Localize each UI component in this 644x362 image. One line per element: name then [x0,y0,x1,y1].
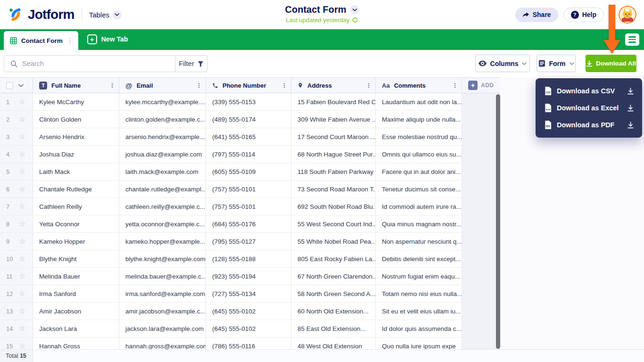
cell-address[interactable]: 55 White Nobel Road Pea... [291,233,376,250]
table-row[interactable]: 4 ☆ Joshua Diaz joshua.diaz@example.com … [0,146,462,163]
cell-email[interactable]: yetta.oconnor@example.c... [119,215,206,232]
cell-full-name[interactable]: Amir Jacobson [33,303,119,320]
table-row[interactable]: 3 ☆ Arsenio Hendrix arsenio.hendrix@exam… [0,128,462,146]
sheet-list-icon[interactable] [625,33,639,46]
cell-address[interactable]: 73 Second Road Maroon T... [291,181,376,197]
tab-contact-form[interactable]: Contact Form ⋮ [4,31,78,50]
cell-phone-number[interactable]: (128) 555-0188 [206,250,291,267]
cell-phone-number[interactable]: (339) 555-0153 [206,93,291,110]
column-menu-icon[interactable]: ⋮ [281,82,288,89]
cell-phone-number[interactable]: (757) 555-0101 [206,181,291,197]
help-button[interactable]: ? Help [563,8,604,22]
share-button[interactable]: Share [515,8,558,22]
download-as-excel-item[interactable]: XLSX Download as Excel [536,99,642,116]
cell-email[interactable]: jackson.lara@example.com [119,320,206,337]
download-as-pdf-item[interactable]: PDF Download as PDF [536,116,642,133]
cell-phone-number[interactable]: (605) 555-0109 [206,163,291,180]
favorite-star-icon[interactable]: ☆ [19,185,25,193]
cell-address[interactable]: 68 North Hague Street Pur... [291,146,376,163]
column-header-full-name[interactable]: T Full Name ⋮ [33,78,119,93]
cell-phone-number[interactable]: (923) 555-0194 [206,268,291,285]
cell-comments[interactable]: Nostrum fugiat enim eaqu... [376,268,462,285]
table-row[interactable]: 14 ☆ Jackson Lara jackson.lara@example.c… [0,320,462,337]
cell-address[interactable]: 67 North Green Clarendon... [291,268,376,285]
cell-address[interactable]: 309 White Fabien Avenue ... [291,111,376,128]
form-button[interactable]: Form [537,55,576,72]
cell-address[interactable]: 58 North Green Second A... [291,285,376,302]
add-column-button[interactable]: + [468,81,478,90]
cell-comments[interactable]: Id commodi autem irure ra... [376,198,462,215]
favorite-star-icon[interactable]: ☆ [19,238,25,245]
cell-comments[interactable]: Totam nemo nisi eius nulla... [376,285,462,302]
table-row[interactable]: 7 ☆ Cathleen Reilly cathleen.reilly@exam… [0,198,462,215]
cell-comments[interactable]: Sit eu et velit eius ullam iu... [376,303,462,320]
select-all-checkbox[interactable] [6,82,13,89]
cell-full-name[interactable]: Cathleen Reilly [33,198,119,215]
cell-phone-number[interactable]: (786) 555-0116 [206,337,291,349]
column-header-address[interactable]: Address ⋮ [291,78,376,93]
cell-address[interactable]: 48 West Old Extension [291,337,376,349]
cell-address[interactable]: 17 Second Court Maroon ... [291,128,376,145]
cell-full-name[interactable]: Kylee McCarthy [33,93,119,110]
cell-comments[interactable]: Facere qui in aut dolor ani... [376,163,462,180]
cell-phone-number[interactable]: (727) 555-0134 [206,285,291,302]
cell-comments[interactable]: Quia minus magnam nostr... [376,215,462,232]
download-as-csv-item[interactable]: CSV Download as CSV [536,82,642,99]
table-row[interactable]: 5 ☆ Laith Mack laith.mack@example.com (6… [0,163,462,181]
table-row[interactable]: 6 ☆ Chantale Rutledge chantale.rutledge@… [0,181,462,198]
cell-email[interactable]: kylee.mccarthy@example.... [119,93,206,110]
cell-full-name[interactable]: Clinton Golden [33,111,119,128]
table-row[interactable]: 13 ☆ Amir Jacobson amir.jacobson@example… [0,303,462,320]
cell-email[interactable]: blythe.knight@example.com [119,250,206,267]
cell-address[interactable]: 85 East Old Extension... [291,320,376,337]
new-tab-button[interactable]: + New Tab [87,29,128,50]
favorite-star-icon[interactable]: ☆ [19,307,25,315]
cell-email[interactable]: kameko.hopper@example.... [119,233,206,250]
jotform-logo[interactable]: Jotform [8,7,74,23]
table-row[interactable]: 11 ☆ Melinda Bauer melinda.bauer@example… [0,268,462,285]
cell-address[interactable]: 118 South Fabien Parkway ... [291,163,376,180]
cell-comments[interactable]: Tenetur ducimus sit conse... [376,181,462,197]
columns-button[interactable]: Columns [475,55,530,72]
cell-comments[interactable]: Id dolor quis assumenda c... [376,320,462,337]
favorite-star-icon[interactable]: ☆ [19,255,25,263]
favorite-star-icon[interactable]: ☆ [19,133,25,140]
table-row[interactable]: 15 ☆ Hannah Gross hannah.gross@example.c… [0,337,462,349]
cell-email[interactable]: laith.mack@example.com [119,163,206,180]
favorite-star-icon[interactable]: ☆ [19,325,25,332]
cell-comments[interactable]: Omnis qui ullamco eius su... [376,146,462,163]
column-menu-icon[interactable]: ⋮ [196,82,202,89]
cell-full-name[interactable]: Hannah Gross [33,337,119,349]
cell-full-name[interactable]: Melinda Bauer [33,268,119,285]
favorite-star-icon[interactable]: ☆ [19,290,25,297]
cell-full-name[interactable]: Laith Mack [33,163,119,180]
column-header-email[interactable]: @ Email ⋮ [119,78,206,93]
column-menu-icon[interactable]: ⋮ [365,82,372,89]
column-menu-icon[interactable]: ⋮ [452,82,458,89]
cell-phone-number[interactable]: (795) 555-0127 [206,233,291,250]
cell-email[interactable]: hannah.gross@example.com [119,337,206,349]
cell-address[interactable]: 15 Fabien Boulevard Red C... [291,93,376,110]
cell-email[interactable]: melinda.bauer@example.c... [119,268,206,285]
cell-phone-number[interactable]: (757) 555-0101 [206,198,291,215]
download-all-button[interactable]: Download All [586,55,636,72]
cell-full-name[interactable]: Jackson Lara [33,320,119,337]
cell-comments[interactable]: Laudantium aut odit non la... [376,93,462,110]
favorite-star-icon[interactable]: ☆ [19,203,25,210]
table-row[interactable]: 8 ☆ Yetta Oconnor yetta.oconnor@example.… [0,215,462,233]
cell-address[interactable]: 55 West Second Court Ind... [291,215,376,232]
table-row[interactable]: 10 ☆ Blythe Knight blythe.knight@example… [0,250,462,268]
vertical-scrollbar[interactable] [496,94,500,349]
chevron-down-icon[interactable] [18,84,24,87]
tables-product-dropdown[interactable]: Tables [89,10,122,19]
favorite-star-icon[interactable]: ☆ [19,168,25,175]
favorite-star-icon[interactable]: ☆ [19,342,25,349]
cell-comments[interactable]: Esse molestiae nostrud qu... [376,128,462,145]
cell-email[interactable]: irma.sanford@example.com [119,285,206,302]
cell-email[interactable]: cathleen.reilly@example.c... [119,198,206,215]
cell-phone-number[interactable]: (645) 555-0102 [206,320,291,337]
cell-email[interactable]: joshua.diaz@example.com [119,146,206,163]
favorite-star-icon[interactable]: ☆ [19,98,25,106]
filter-button[interactable]: Filter [175,55,207,72]
cell-full-name[interactable]: Arsenio Hendrix [33,128,119,145]
